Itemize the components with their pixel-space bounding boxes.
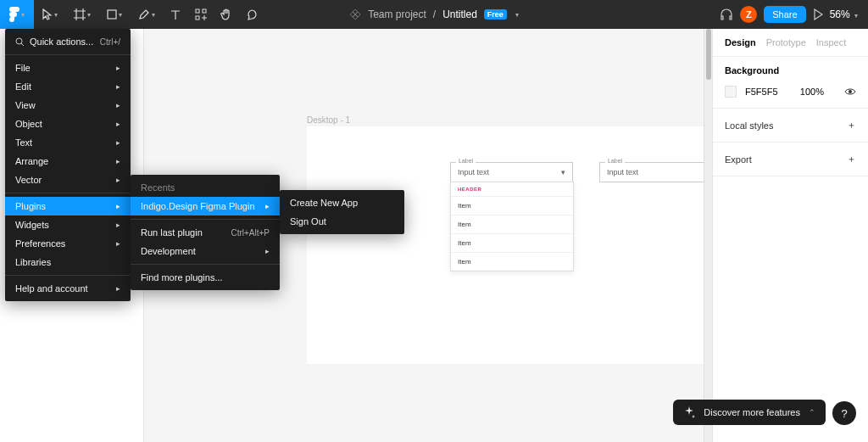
scroll-thumb[interactable] xyxy=(706,29,711,80)
menu-help[interactable]: Help and account▸ xyxy=(5,279,131,298)
menu-file[interactable]: File▸ xyxy=(5,59,131,77)
menu-arrange[interactable]: Arrange▸ xyxy=(5,152,131,171)
tab-inspect[interactable]: Inspect xyxy=(816,37,846,48)
menu-libraries[interactable]: Libraries xyxy=(5,253,131,271)
menu-indigo-plugin[interactable]: Indigo.Design Figma Plugin▸ xyxy=(131,197,280,215)
menu-label: File xyxy=(15,63,31,73)
plugins-submenu: Recents Indigo.Design Figma Plugin▸ Run … xyxy=(131,175,280,290)
chevron-right-icon: ▸ xyxy=(265,247,270,255)
export-row[interactable]: Export ＋ xyxy=(713,143,868,176)
free-badge: Free xyxy=(484,9,507,20)
menu-find-more-plugins[interactable]: Find more plugins... xyxy=(131,268,280,287)
move-tool[interactable]: ▾ xyxy=(34,0,66,29)
menu-label: Plugins xyxy=(15,201,46,211)
menu-separator xyxy=(131,219,280,220)
menu-vector[interactable]: Vector▸ xyxy=(5,171,131,189)
play-icon[interactable] xyxy=(813,8,823,20)
menu-view[interactable]: View▸ xyxy=(5,96,131,115)
input-value: Input text xyxy=(607,168,638,176)
chevron-down-icon: ▾ xyxy=(515,11,519,19)
menu-sign-out[interactable]: Sign Out xyxy=(280,212,404,231)
hand-icon xyxy=(220,8,232,20)
menu-development[interactable]: Development▸ xyxy=(131,242,280,260)
caret-down-icon: ▾ xyxy=(561,168,565,176)
toolbar-title[interactable]: Team project / Untitled Free ▾ xyxy=(349,8,519,20)
input-field-1[interactable]: Label Input text▾ xyxy=(450,162,573,182)
chevron-down-icon: ▾ xyxy=(54,11,58,19)
team-name: Team project xyxy=(368,8,426,20)
canvas-scrollbar[interactable] xyxy=(704,29,712,442)
dropdown-list[interactable]: HEADER Item Item Item Item xyxy=(450,182,574,271)
menu-label: View xyxy=(15,100,36,110)
color-swatch[interactable] xyxy=(725,86,737,98)
chevron-down-icon: ▾ xyxy=(119,11,122,19)
list-header: HEADER xyxy=(451,182,573,196)
menu-label: Indigo.Design Figma Plugin xyxy=(141,201,255,211)
eye-icon[interactable] xyxy=(844,87,856,96)
menu-create-new-app[interactable]: Create New App xyxy=(280,193,404,212)
menu-plugins[interactable]: Plugins▸ xyxy=(5,197,131,215)
menu-label: Run last plugin xyxy=(141,227,203,238)
input-value: Input text xyxy=(458,168,489,176)
menu-edit[interactable]: Edit▸ xyxy=(5,77,131,96)
discover-banner[interactable]: Discover more features ⌃ xyxy=(673,400,826,425)
hand-tool[interactable] xyxy=(214,0,239,29)
shape-tool[interactable]: ▾ xyxy=(98,0,131,29)
menu-run-last[interactable]: Run last pluginCtrl+Alt+P xyxy=(131,223,280,242)
menu-separator xyxy=(5,275,131,276)
bg-opacity[interactable]: 100% xyxy=(800,87,824,97)
list-item[interactable]: Item xyxy=(451,233,573,252)
menu-quick-actions[interactable]: Quick actions... Ctrl+/ xyxy=(5,32,131,51)
input-field-2[interactable]: Label Input text▾ xyxy=(599,162,704,182)
chevron-right-icon: ▸ xyxy=(116,221,120,229)
zoom-level[interactable]: 56% ▾ xyxy=(830,8,858,20)
background-row[interactable]: F5F5F5 100% xyxy=(713,82,868,109)
comment-icon xyxy=(246,8,258,20)
zoom-value: 56% xyxy=(830,8,850,20)
figma-logo-button[interactable]: ▾ xyxy=(0,0,34,29)
bg-hex[interactable]: F5F5F5 xyxy=(745,87,778,97)
headphones-icon[interactable] xyxy=(720,8,733,21)
chevron-right-icon: ▸ xyxy=(116,138,120,147)
list-item[interactable]: Item xyxy=(451,215,573,233)
svg-rect-2 xyxy=(203,9,206,13)
desktop-frame[interactable]: Label Input text▾ Label Input text▾ HEAD… xyxy=(307,126,704,364)
chevron-up-icon: ⌃ xyxy=(809,408,815,417)
chevron-right-icon: ▸ xyxy=(116,176,120,184)
text-icon xyxy=(170,9,181,20)
chevron-down-icon: ▾ xyxy=(87,11,91,19)
indigo-submenu: Create New App Sign Out xyxy=(280,190,404,234)
menu-preferences[interactable]: Preferences▸ xyxy=(5,234,131,253)
help-button[interactable]: ? xyxy=(832,401,856,425)
avatar[interactable]: Z xyxy=(740,6,757,23)
svg-rect-3 xyxy=(196,16,199,20)
menu-object[interactable]: Object▸ xyxy=(5,115,131,133)
pen-tool[interactable]: ▾ xyxy=(131,0,163,29)
chevron-down-icon: ▾ xyxy=(854,12,858,20)
resources-tool[interactable] xyxy=(188,0,214,29)
list-item[interactable]: Item xyxy=(451,252,573,271)
local-styles-row[interactable]: Local styles ＋ xyxy=(713,109,868,143)
svg-rect-0 xyxy=(108,10,116,19)
plus-icon[interactable]: ＋ xyxy=(847,153,856,165)
menu-widgets[interactable]: Widgets▸ xyxy=(5,215,131,234)
share-button[interactable]: Share xyxy=(764,6,805,23)
comment-tool[interactable] xyxy=(239,0,264,29)
menu-text[interactable]: Text▸ xyxy=(5,133,131,152)
menu-separator xyxy=(131,264,280,265)
plus-icon[interactable]: ＋ xyxy=(847,119,856,131)
component-icon xyxy=(349,8,361,20)
frame-tool[interactable]: ▾ xyxy=(66,0,98,29)
tab-prototype[interactable]: Prototype xyxy=(766,37,806,48)
chevron-right-icon: ▸ xyxy=(116,82,120,91)
menu-label: Preferences xyxy=(15,238,65,249)
list-item[interactable]: Item xyxy=(451,196,573,215)
tab-design[interactable]: Design xyxy=(725,37,756,48)
background-section-title: Background xyxy=(713,57,868,82)
chevron-right-icon: ▸ xyxy=(116,202,120,210)
menu-label: Vector xyxy=(15,175,42,185)
text-tool[interactable] xyxy=(163,0,188,29)
chevron-right-icon: ▸ xyxy=(116,157,120,165)
frame-label[interactable]: Desktop - 1 xyxy=(307,115,350,125)
right-panel: Design Prototype Inspect Background F5F5… xyxy=(712,29,868,442)
